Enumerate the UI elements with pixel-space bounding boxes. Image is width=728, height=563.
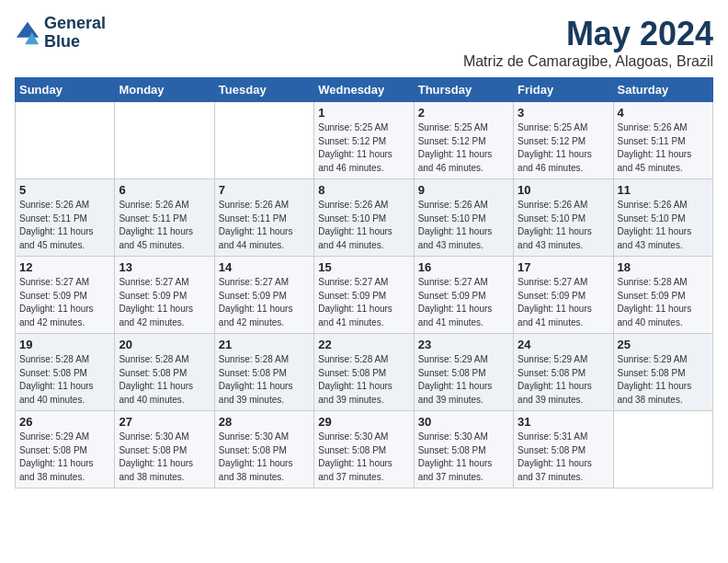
day-number: 24 bbox=[518, 338, 609, 351]
day-number: 7 bbox=[219, 183, 310, 197]
day-number: 5 bbox=[19, 183, 110, 197]
col-header-monday: Monday bbox=[115, 78, 214, 102]
day-number: 23 bbox=[418, 338, 509, 351]
day-number: 30 bbox=[418, 415, 509, 429]
day-info: Sunrise: 5:26 AM Sunset: 5:10 PM Dayligh… bbox=[518, 199, 609, 252]
day-number: 12 bbox=[19, 260, 110, 274]
calendar-cell: 19Sunrise: 5:28 AM Sunset: 5:08 PM Dayli… bbox=[16, 334, 115, 411]
day-number: 16 bbox=[418, 260, 509, 274]
day-info: Sunrise: 5:27 AM Sunset: 5:09 PM Dayligh… bbox=[518, 276, 609, 329]
calendar-cell bbox=[214, 102, 313, 179]
day-number: 6 bbox=[119, 183, 210, 197]
day-info: Sunrise: 5:27 AM Sunset: 5:09 PM Dayligh… bbox=[418, 276, 509, 329]
calendar-cell: 8Sunrise: 5:26 AM Sunset: 5:10 PM Daylig… bbox=[314, 179, 414, 257]
page-header: General Blue May 2024 Matriz de Camaragi… bbox=[15, 15, 713, 70]
day-number: 14 bbox=[219, 260, 310, 274]
calendar-cell: 13Sunrise: 5:27 AM Sunset: 5:09 PM Dayli… bbox=[115, 257, 214, 334]
day-number: 22 bbox=[318, 338, 409, 351]
logo-icon bbox=[15, 20, 40, 46]
day-number: 3 bbox=[518, 106, 609, 120]
day-info: Sunrise: 5:26 AM Sunset: 5:10 PM Dayligh… bbox=[418, 199, 509, 252]
day-info: Sunrise: 5:29 AM Sunset: 5:08 PM Dayligh… bbox=[418, 353, 509, 407]
calendar-cell: 12Sunrise: 5:27 AM Sunset: 5:09 PM Dayli… bbox=[16, 257, 115, 334]
col-header-saturday: Saturday bbox=[613, 78, 712, 102]
calendar-cell: 25Sunrise: 5:29 AM Sunset: 5:08 PM Dayli… bbox=[613, 334, 712, 411]
day-number: 8 bbox=[318, 183, 409, 197]
day-number: 25 bbox=[618, 338, 709, 351]
calendar-cell bbox=[16, 102, 115, 179]
calendar-cell: 29Sunrise: 5:30 AM Sunset: 5:08 PM Dayli… bbox=[314, 411, 414, 488]
day-info: Sunrise: 5:29 AM Sunset: 5:08 PM Dayligh… bbox=[518, 353, 609, 407]
day-number: 13 bbox=[119, 260, 210, 274]
col-header-friday: Friday bbox=[514, 78, 613, 102]
col-header-wednesday: Wednesday bbox=[314, 78, 414, 102]
calendar-cell: 10Sunrise: 5:26 AM Sunset: 5:10 PM Dayli… bbox=[514, 179, 613, 257]
calendar-cell: 15Sunrise: 5:27 AM Sunset: 5:09 PM Dayli… bbox=[314, 257, 414, 334]
col-header-tuesday: Tuesday bbox=[214, 78, 313, 102]
day-info: Sunrise: 5:27 AM Sunset: 5:09 PM Dayligh… bbox=[219, 276, 310, 329]
svg-marker-0 bbox=[17, 22, 39, 38]
calendar-cell: 4Sunrise: 5:26 AM Sunset: 5:11 PM Daylig… bbox=[613, 102, 712, 179]
title-block: May 2024 Matriz de Camaragibe, Alagoas, … bbox=[463, 15, 713, 70]
day-number: 21 bbox=[219, 338, 310, 351]
day-info: Sunrise: 5:27 AM Sunset: 5:09 PM Dayligh… bbox=[119, 276, 210, 329]
calendar-cell: 17Sunrise: 5:27 AM Sunset: 5:09 PM Dayli… bbox=[514, 257, 613, 334]
day-number: 19 bbox=[19, 338, 110, 351]
calendar-cell: 5Sunrise: 5:26 AM Sunset: 5:11 PM Daylig… bbox=[16, 179, 115, 257]
day-info: Sunrise: 5:31 AM Sunset: 5:08 PM Dayligh… bbox=[518, 431, 609, 484]
calendar-cell: 28Sunrise: 5:30 AM Sunset: 5:08 PM Dayli… bbox=[214, 411, 313, 488]
day-info: Sunrise: 5:30 AM Sunset: 5:08 PM Dayligh… bbox=[418, 431, 509, 484]
day-number: 27 bbox=[119, 415, 210, 429]
day-number: 28 bbox=[219, 415, 310, 429]
day-info: Sunrise: 5:28 AM Sunset: 5:08 PM Dayligh… bbox=[318, 353, 409, 407]
day-info: Sunrise: 5:28 AM Sunset: 5:08 PM Dayligh… bbox=[219, 353, 310, 407]
day-number: 4 bbox=[618, 106, 709, 120]
calendar-table: SundayMondayTuesdayWednesdayThursdayFrid… bbox=[15, 77, 713, 488]
day-info: Sunrise: 5:25 AM Sunset: 5:12 PM Dayligh… bbox=[518, 121, 609, 175]
week-row-1: 1Sunrise: 5:25 AM Sunset: 5:12 PM Daylig… bbox=[16, 102, 713, 179]
day-info: Sunrise: 5:25 AM Sunset: 5:12 PM Dayligh… bbox=[318, 121, 409, 175]
calendar-cell: 3Sunrise: 5:25 AM Sunset: 5:12 PM Daylig… bbox=[514, 102, 613, 179]
location: Matriz de Camaragibe, Alagoas, Brazil bbox=[463, 53, 713, 70]
day-number: 11 bbox=[618, 183, 709, 197]
calendar-cell: 30Sunrise: 5:30 AM Sunset: 5:08 PM Dayli… bbox=[414, 411, 513, 488]
day-number: 29 bbox=[318, 415, 409, 429]
day-info: Sunrise: 5:26 AM Sunset: 5:11 PM Dayligh… bbox=[19, 199, 110, 252]
calendar-cell: 14Sunrise: 5:27 AM Sunset: 5:09 PM Dayli… bbox=[214, 257, 313, 334]
day-info: Sunrise: 5:26 AM Sunset: 5:11 PM Dayligh… bbox=[618, 121, 709, 175]
col-header-sunday: Sunday bbox=[16, 78, 115, 102]
week-row-5: 26Sunrise: 5:29 AM Sunset: 5:08 PM Dayli… bbox=[16, 411, 713, 488]
calendar-cell: 2Sunrise: 5:25 AM Sunset: 5:12 PM Daylig… bbox=[414, 102, 513, 179]
calendar-cell: 16Sunrise: 5:27 AM Sunset: 5:09 PM Dayli… bbox=[414, 257, 513, 334]
calendar-cell: 1Sunrise: 5:25 AM Sunset: 5:12 PM Daylig… bbox=[314, 102, 414, 179]
day-info: Sunrise: 5:27 AM Sunset: 5:09 PM Dayligh… bbox=[318, 276, 409, 329]
calendar-cell bbox=[115, 102, 214, 179]
calendar-cell: 18Sunrise: 5:28 AM Sunset: 5:09 PM Dayli… bbox=[613, 257, 712, 334]
day-info: Sunrise: 5:25 AM Sunset: 5:12 PM Dayligh… bbox=[418, 121, 509, 175]
week-row-4: 19Sunrise: 5:28 AM Sunset: 5:08 PM Dayli… bbox=[16, 334, 713, 411]
calendar-cell: 7Sunrise: 5:26 AM Sunset: 5:11 PM Daylig… bbox=[214, 179, 313, 257]
day-number: 2 bbox=[418, 106, 509, 120]
day-info: Sunrise: 5:29 AM Sunset: 5:08 PM Dayligh… bbox=[618, 353, 709, 407]
day-number: 17 bbox=[518, 260, 609, 274]
day-number: 10 bbox=[518, 183, 609, 197]
calendar-cell: 9Sunrise: 5:26 AM Sunset: 5:10 PM Daylig… bbox=[414, 179, 513, 257]
day-number: 20 bbox=[119, 338, 210, 351]
day-number: 15 bbox=[318, 260, 409, 274]
day-info: Sunrise: 5:28 AM Sunset: 5:08 PM Dayligh… bbox=[19, 353, 110, 407]
day-info: Sunrise: 5:30 AM Sunset: 5:08 PM Dayligh… bbox=[219, 431, 310, 484]
calendar-cell bbox=[613, 411, 712, 488]
day-number: 18 bbox=[618, 260, 709, 274]
logo-text: General Blue bbox=[44, 15, 106, 52]
day-info: Sunrise: 5:28 AM Sunset: 5:09 PM Dayligh… bbox=[618, 276, 709, 329]
day-info: Sunrise: 5:27 AM Sunset: 5:09 PM Dayligh… bbox=[19, 276, 110, 329]
day-info: Sunrise: 5:30 AM Sunset: 5:08 PM Dayligh… bbox=[318, 431, 409, 484]
calendar-cell: 31Sunrise: 5:31 AM Sunset: 5:08 PM Dayli… bbox=[514, 411, 613, 488]
day-number: 31 bbox=[518, 415, 609, 429]
day-info: Sunrise: 5:26 AM Sunset: 5:11 PM Dayligh… bbox=[119, 199, 210, 252]
calendar-cell: 6Sunrise: 5:26 AM Sunset: 5:11 PM Daylig… bbox=[115, 179, 214, 257]
calendar-cell: 23Sunrise: 5:29 AM Sunset: 5:08 PM Dayli… bbox=[414, 334, 513, 411]
day-info: Sunrise: 5:26 AM Sunset: 5:10 PM Dayligh… bbox=[618, 199, 709, 252]
day-info: Sunrise: 5:28 AM Sunset: 5:08 PM Dayligh… bbox=[119, 353, 210, 407]
week-row-3: 12Sunrise: 5:27 AM Sunset: 5:09 PM Dayli… bbox=[16, 257, 713, 334]
